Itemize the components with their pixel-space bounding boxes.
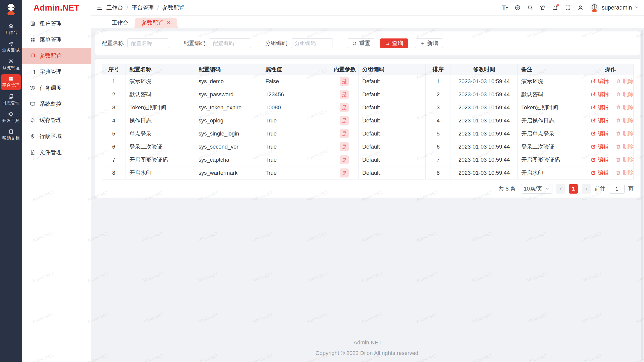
- collapse-sidebar-button[interactable]: [95, 3, 105, 13]
- notifications-button[interactable]: [550, 3, 561, 13]
- col-header-value: 属性值: [262, 64, 330, 75]
- home-icon: [8, 23, 14, 29]
- cell-group-code: Default: [359, 153, 426, 166]
- rail-item-platform-mgmt[interactable]: 平台管理: [1, 74, 21, 90]
- menu-item-system-monitor[interactable]: 系统监控: [22, 96, 91, 112]
- table-row: 1 演示环境 sys_demo False 是 Default 1 2023-0…: [102, 75, 634, 88]
- page-number-current[interactable]: 1: [569, 184, 578, 194]
- group-code-input[interactable]: [291, 38, 333, 48]
- breadcrumb-item-param-config[interactable]: 参数配置: [162, 4, 184, 12]
- language-button[interactable]: 中: [512, 3, 523, 13]
- breadcrumb-item-workbench[interactable]: 工作台: [106, 4, 123, 12]
- tab-param-config[interactable]: 参数配置: [135, 18, 177, 28]
- cell-group-code: Default: [359, 101, 426, 114]
- edit-button[interactable]: 编辑: [591, 143, 609, 150]
- filter-field-group-code: 分组编码: [265, 38, 333, 48]
- cell-actions: 编辑 删除: [587, 75, 634, 88]
- app-logo-mascot[interactable]: [5, 3, 17, 17]
- edit-button[interactable]: 编辑: [591, 77, 609, 85]
- rail-item-system-mgmt[interactable]: 系统管理: [1, 57, 21, 73]
- reset-button[interactable]: 重置: [347, 38, 375, 48]
- col-header-builtin: 内置参数: [330, 64, 358, 75]
- page-size-select[interactable]: 10条/页: [521, 184, 552, 194]
- menu-item-tenant-mgmt[interactable]: 租户管理: [22, 16, 91, 32]
- vertical-scrollbar[interactable]: [641, 30, 643, 360]
- edit-button[interactable]: 编辑: [591, 117, 609, 124]
- cell-config-name: 默认密码: [126, 88, 195, 101]
- config-name-input[interactable]: [127, 38, 169, 48]
- notification-badge-dot: [556, 4, 559, 7]
- app-logo-text[interactable]: Admin.NET: [22, 0, 91, 16]
- delete-button[interactable]: 删除: [616, 143, 633, 150]
- file-icon: [30, 150, 35, 155]
- breadcrumb-item-platform[interactable]: 平台管理: [132, 4, 154, 12]
- menu-item-param-config[interactable]: 参数配置: [22, 48, 91, 64]
- add-button[interactable]: 新增: [415, 38, 443, 48]
- delete-button[interactable]: 删除: [616, 156, 633, 163]
- menu-item-admin-region[interactable]: 行政区域: [22, 128, 91, 144]
- fullscreen-button[interactable]: [563, 3, 573, 13]
- rail-item-dev-tools[interactable]: 开发工具: [1, 109, 21, 125]
- edit-button[interactable]: 编辑: [591, 169, 609, 176]
- goto-page-input[interactable]: [609, 184, 625, 194]
- close-icon[interactable]: [167, 20, 171, 26]
- delete-button[interactable]: 删除: [616, 77, 633, 85]
- menu-item-cache-mgmt[interactable]: 缓存管理: [22, 112, 91, 128]
- delete-button[interactable]: 删除: [616, 169, 633, 176]
- edit-button[interactable]: 编辑: [591, 130, 609, 137]
- profile-button[interactable]: [575, 3, 586, 13]
- edit-button[interactable]: 编辑: [591, 156, 609, 163]
- cell-builtin: 是: [330, 127, 358, 140]
- table-row: 6 登录二次验证 sys_second_ver True 是 Default 6…: [102, 140, 634, 153]
- user-menu[interactable]: superadmin: [590, 3, 639, 12]
- page-size-value: 10条/页: [524, 185, 543, 193]
- table-header: 序号 配置名称 配置编码 属性值 内置参数 分组编码 排序 修改时间 备注 操作: [102, 64, 634, 75]
- menu-item-file-mgmt[interactable]: 文件管理: [22, 144, 91, 160]
- menu-item-label: 文件管理: [39, 149, 62, 156]
- rail-item-workbench[interactable]: 工作台: [1, 21, 21, 37]
- edit-button[interactable]: 编辑: [591, 90, 609, 98]
- theme-button[interactable]: [538, 3, 548, 13]
- search-submit-button[interactable]: 查询: [380, 38, 408, 48]
- theme-shirt-icon: [540, 5, 546, 11]
- rail-item-log-mgmt[interactable]: 日志管理: [1, 92, 21, 108]
- cell-sort: 5: [426, 127, 451, 140]
- edit-icon: [591, 105, 596, 110]
- edit-icon: [591, 131, 596, 136]
- cell-actions: 编辑 删除: [587, 101, 634, 114]
- menu-item-dict-mgmt[interactable]: 字典管理: [22, 64, 91, 80]
- prev-page-button[interactable]: [556, 184, 565, 194]
- config-code-input[interactable]: [209, 38, 251, 48]
- cell-value: True: [262, 153, 330, 166]
- col-header-code: 配置编码: [195, 64, 262, 75]
- cell-actions: 编辑 删除: [587, 127, 634, 140]
- rail-item-help-docs[interactable]: 帮助文档: [1, 127, 21, 143]
- mascot-avatar-icon: [590, 4, 599, 12]
- table-row: 8 开启水印 sys_wartermark True 是 Default 8 2…: [102, 166, 634, 179]
- rail-item-business-test[interactable]: 业务测试: [1, 39, 21, 55]
- tab-label: 参数配置: [141, 19, 164, 27]
- cell-value: 123456: [262, 88, 330, 101]
- delete-button[interactable]: 删除: [616, 104, 633, 111]
- cell-modified-time: 2023-01-03 10:59:44: [451, 140, 517, 153]
- delete-button[interactable]: 删除: [616, 117, 633, 124]
- cell-config-name: 登录二次验证: [126, 140, 195, 153]
- delete-button[interactable]: 删除: [616, 130, 633, 137]
- cell-config-name: 开启水印: [126, 166, 195, 179]
- next-page-button[interactable]: [582, 184, 591, 194]
- menu-item-menu-mgmt[interactable]: 菜单管理: [22, 32, 91, 48]
- cell-sort: 6: [426, 140, 451, 153]
- menu-item-task-schedule[interactable]: 任务调度: [22, 80, 91, 96]
- cell-value: True: [262, 127, 330, 140]
- delete-button[interactable]: 删除: [616, 90, 633, 98]
- cell-value: True: [262, 166, 330, 179]
- language-icon: 中: [515, 5, 520, 11]
- font-size-button[interactable]: TT: [500, 3, 510, 13]
- trash-icon: [616, 92, 621, 97]
- search-button[interactable]: [525, 3, 536, 13]
- tab-workbench[interactable]: 工作台: [105, 18, 135, 28]
- builtin-badge: 是: [340, 103, 349, 112]
- edit-button[interactable]: 编辑: [591, 104, 609, 111]
- cell-builtin: 是: [330, 140, 358, 153]
- col-header-actions: 操作: [587, 64, 634, 75]
